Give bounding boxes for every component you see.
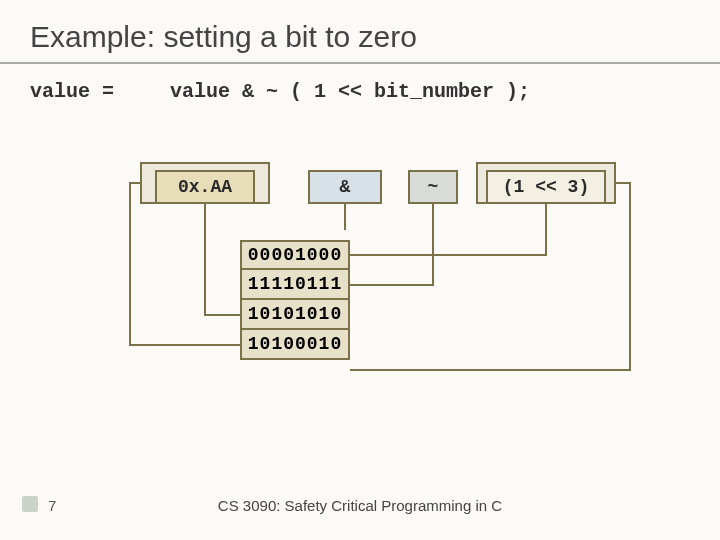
footer-course: CS 3090: Safety Critical Programming in … xyxy=(0,497,720,514)
expression-lhs: value = xyxy=(30,80,114,103)
box-not-operator: ~ xyxy=(408,170,458,204)
box-hex-value: 0x.AA xyxy=(155,170,255,204)
binary-row-1: 11110111 xyxy=(240,270,350,300)
binary-stack: 00001000 11110111 10101010 10100010 xyxy=(240,240,350,360)
title-underline xyxy=(0,62,720,64)
binary-row-2: 10101010 xyxy=(240,300,350,330)
binary-row-3: 10100010 xyxy=(240,330,350,360)
box-shift-expression: (1 << 3) xyxy=(486,170,606,204)
expression-rhs: value & ~ ( 1 << bit_number ); xyxy=(170,80,530,103)
box-and-operator: & xyxy=(308,170,382,204)
binary-row-0: 00001000 xyxy=(240,240,350,270)
slide-title: Example: setting a bit to zero xyxy=(30,20,417,54)
